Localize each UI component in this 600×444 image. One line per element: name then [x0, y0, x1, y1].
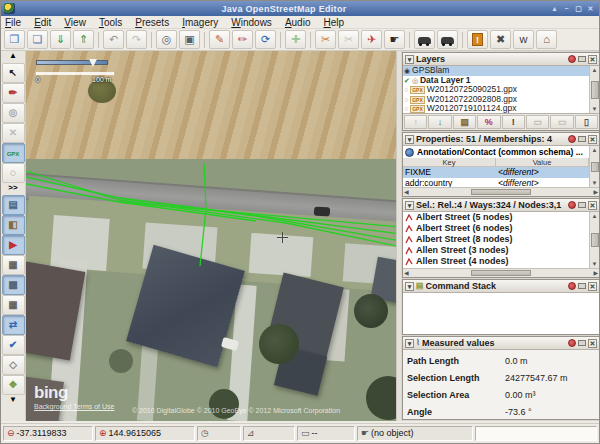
update-data-button[interactable]: ⟳ — [255, 30, 276, 49]
pin-icon[interactable] — [578, 136, 586, 142]
toggle-validator-button[interactable]: ✔ — [2, 335, 25, 355]
marker-tool-button[interactable]: ✏ — [232, 30, 253, 49]
selection-item[interactable]: Allen Street (3 nodes) — [403, 245, 589, 256]
key-column-header[interactable]: Key — [403, 158, 496, 166]
move-node-button[interactable]: ✚ — [285, 30, 306, 49]
layer-opacity-button[interactable]: % — [477, 115, 500, 129]
scroll-thumb[interactable] — [591, 233, 599, 247]
scroll-thumb[interactable] — [471, 189, 531, 195]
upload-data-button[interactable]: ⇑ — [73, 30, 94, 49]
eye-icon[interactable]: ○ — [404, 104, 408, 113]
zoom-slider-handle[interactable] — [89, 59, 97, 67]
menu-windows[interactable]: Windows — [231, 17, 272, 28]
more-tools-button[interactable]: >> — [2, 183, 25, 195]
scroll-right-arrow-icon[interactable]: ▶ — [593, 269, 598, 277]
delete-tool-button[interactable]: ✕ — [2, 123, 25, 143]
scroll-thumb[interactable] — [591, 162, 599, 172]
layer-alert-button[interactable]: ! — [502, 115, 525, 129]
undo-button[interactable]: ↶ — [103, 30, 124, 49]
scroll-up-arrow-icon[interactable]: ▲ — [592, 146, 598, 154]
menu-imagery[interactable]: Imagery — [182, 17, 218, 28]
collapse-icon[interactable]: ▾ — [405, 55, 414, 64]
help-icon[interactable] — [568, 282, 576, 290]
collapse-icon[interactable]: ▾ — [405, 282, 414, 291]
close-button[interactable]: ✕ — [586, 4, 595, 13]
car-tool-2-button[interactable] — [437, 30, 458, 49]
value-column-header[interactable]: Value — [496, 158, 589, 166]
menu-audio[interactable]: Audio — [285, 17, 311, 28]
terrace-tool-button[interactable]: ⌂ — [536, 30, 557, 49]
car-tool-1-button[interactable] — [414, 30, 435, 49]
toggle-authors-button[interactable]: ▦ — [2, 295, 25, 315]
menu-presets[interactable]: Presets — [135, 17, 169, 28]
scroll-up-button[interactable]: ▲ — [2, 51, 25, 63]
close-icon[interactable]: ✕ — [588, 282, 597, 291]
menu-view[interactable]: View — [64, 17, 86, 28]
properties-hscrollbar[interactable]: ◀ ▶ — [403, 187, 599, 196]
scroll-up-arrow-icon[interactable]: ▲ — [592, 212, 598, 220]
open-file-button[interactable]: ❐ — [4, 30, 25, 49]
zoom-slider[interactable] — [36, 60, 108, 65]
eye-icon[interactable]: ○ — [404, 95, 408, 105]
scroll-right-arrow-icon[interactable]: ▶ — [593, 188, 598, 196]
preset-row[interactable]: Annotation/Contact (common schema) ... — [403, 146, 589, 158]
scroll-down-button[interactable]: ▼ — [2, 395, 25, 407]
selection-scrollbar[interactable]: ▲ ▼ — [589, 212, 599, 268]
warp-tool-button[interactable]: ✎ — [209, 30, 230, 49]
pin-icon[interactable] — [578, 340, 586, 346]
lasso-tool-button[interactable]: ◌ — [2, 163, 25, 183]
menu-edit[interactable]: Edit — [34, 17, 51, 28]
layer-up-button[interactable]: ↑ — [404, 115, 427, 129]
close-icon[interactable]: ✕ — [588, 135, 597, 144]
menu-tools[interactable]: Tools — [99, 17, 122, 28]
waterway-tool-button[interactable]: w — [513, 30, 534, 49]
preferences-button[interactable]: ▣ — [179, 30, 200, 49]
follow-line-button[interactable]: ☛ — [384, 30, 405, 49]
help-icon[interactable] — [568, 201, 576, 209]
scroll-thumb[interactable] — [471, 270, 531, 276]
selection-item[interactable]: Albert Street (8 nodes) — [403, 234, 589, 245]
split-way-button[interactable]: ✂ — [315, 30, 336, 49]
scroll-left-arrow-icon[interactable]: ◀ — [404, 269, 409, 277]
scroll-down-arrow-icon[interactable]: ▼ — [592, 260, 598, 268]
download-data-button[interactable]: ⇓ — [50, 30, 71, 49]
redo-button[interactable]: ↷ — [126, 30, 147, 49]
property-row[interactable]: FIXME <different> — [403, 167, 589, 178]
selection-item[interactable]: Albert Street (5 nodes) — [403, 212, 589, 223]
no-parking-button[interactable]: ! — [467, 30, 488, 49]
selection-item[interactable]: Allen Street (4 nodes) — [403, 256, 589, 267]
toggle-command-stack-button[interactable]: ▩ — [2, 275, 25, 295]
layer-duplicate-button[interactable]: ▭ — [526, 115, 549, 129]
layers-scrollbar[interactable]: ▲ ▼ — [589, 66, 599, 113]
toggle-layers-button[interactable]: ▤ — [2, 195, 25, 215]
help-icon[interactable] — [568, 339, 576, 347]
combine-way-button[interactable]: ✂ — [338, 30, 359, 49]
gpx-blam-tool-button[interactable]: GPX — [2, 143, 25, 163]
eye-icon[interactable]: ○ — [404, 85, 408, 95]
scroll-thumb[interactable] — [591, 81, 599, 99]
scroll-down-arrow-icon[interactable]: ▼ — [592, 179, 598, 187]
collapse-icon[interactable]: ▾ — [405, 201, 414, 210]
selection-hscrollbar[interactable]: ◀ ▶ — [403, 268, 599, 277]
toggle-relations-button[interactable]: ⇄ — [2, 315, 25, 335]
toggle-properties-button[interactable]: ◧ — [2, 215, 25, 235]
minimize-button[interactable]: − — [562, 4, 571, 13]
close-icon[interactable]: ✕ — [588, 339, 597, 348]
save-button[interactable]: ❏ — [27, 30, 48, 49]
distribute-nodes-button[interactable]: ✈ — [361, 30, 382, 49]
pin-icon[interactable] — [578, 202, 586, 208]
help-icon[interactable] — [568, 135, 576, 143]
help-icon[interactable] — [568, 55, 576, 63]
select-tool-button[interactable]: ↖ — [2, 63, 25, 83]
shade-button[interactable]: ▴ — [550, 4, 559, 13]
close-icon[interactable]: ✕ — [588, 201, 597, 210]
layer-merge-button[interactable]: ▤ — [453, 115, 476, 129]
scroll-left-arrow-icon[interactable]: ◀ — [404, 188, 409, 196]
toggle-filter-button[interactable]: ◇ — [2, 355, 25, 375]
property-row[interactable]: addr:country <different> — [403, 178, 589, 187]
close-icon[interactable]: ✕ — [588, 55, 597, 64]
layer-row-gpx[interactable]: ○ GPX W20120719101124.gpx — [403, 104, 589, 113]
toggle-selection-button[interactable]: ▶ — [2, 235, 25, 255]
menu-file[interactable]: File — [5, 17, 21, 28]
layer-delete-button[interactable]: ▯ — [575, 115, 598, 129]
